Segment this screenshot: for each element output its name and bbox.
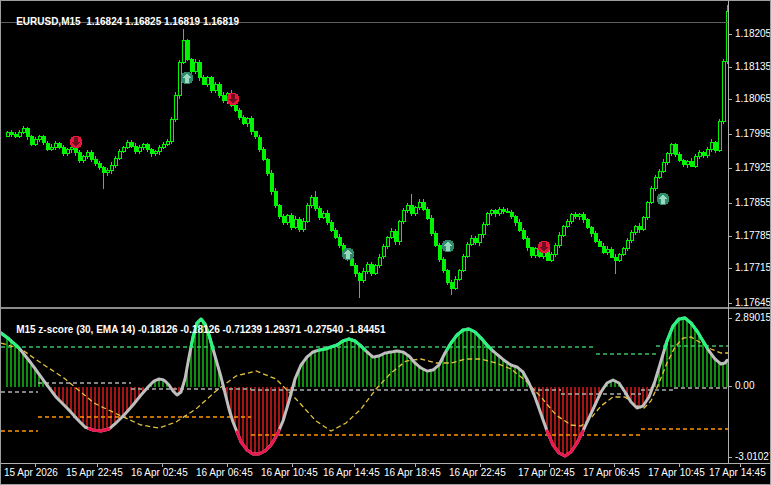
price-axis-label: 1.17995 [735,129,771,139]
sell-arrow-marker [70,136,83,149]
time-axis-label: 17 Apr 14:45 [709,468,766,478]
indicator-header: M15 z-score (30, EMA 14) -0.18126 -0.181… [5,313,385,346]
indicator-axis-label: -3.01027 [735,452,771,462]
price-chart-canvas[interactable] [1,1,728,307]
indicator-values: -0.18126 -0.18126 -0.71239 1.29371 -0.27… [138,324,385,335]
price-axis-label: 1.17855 [735,198,771,208]
chart-window: EURUSD,M15 1.16824 1.16825 1.16819 1.168… [0,0,771,485]
ohlc-values: 1.16824 1.16825 1.16819 1.16819 [86,16,239,27]
indicator-axis-tick [728,457,732,458]
time-axis-label: 16 Apr 18:45 [384,468,441,478]
time-axis-tick [292,463,293,467]
price-axis-tick [728,134,732,135]
time-axis-label: 16 Apr 22:45 [449,468,506,478]
time-axis-label: 16 Apr 02:45 [131,468,188,478]
price-axis-tick [728,303,732,304]
buy-arrow-marker [342,248,355,261]
time-scale-axis-line [1,463,771,464]
time-axis-label: 17 Apr 10:45 [648,468,705,478]
price-axis-label: 1.17645 [735,298,771,308]
sell-arrow-marker [538,241,551,254]
time-axis-tick [35,463,36,467]
price-axis-tick [728,236,732,237]
ohlc-header: EURUSD,M15 1.16824 1.16825 1.16819 1.168… [5,5,239,38]
price-axis-tick [728,67,732,68]
time-axis-label: 16 Apr 10:45 [261,468,318,478]
time-axis-label: 15 Apr 22:45 [66,468,123,478]
price-scale-axis-line [728,1,729,463]
buy-arrow-marker [442,240,455,253]
sell-arrow-marker [227,93,240,106]
indicator-axis-tick [728,386,732,387]
time-axis-tick [740,463,741,467]
price-axis-label: 1.17785 [735,231,771,241]
time-axis-tick [415,463,416,467]
price-axis-label: 1.18205 [735,29,771,39]
candles [6,5,728,298]
indicator-name-label: M15 z-score (30, EMA 14) [16,324,135,335]
time-axis-tick [480,463,481,467]
indicator-axis-tick [728,318,732,319]
indicator-axis-label: 0.00 [735,381,754,391]
price-axis-tick [728,168,732,169]
buy-arrow-marker [657,193,670,206]
time-axis-tick [162,463,163,467]
time-axis-tick [679,463,680,467]
price-axis-tick [728,99,732,100]
time-axis-tick [549,463,550,467]
time-axis-tick [97,463,98,467]
time-axis-label: 17 Apr 06:45 [583,468,640,478]
time-axis-label: 16 Apr 14:45 [323,468,380,478]
price-axis-tick [728,34,732,35]
time-axis-label: 16 Apr 06:45 [196,468,253,478]
time-axis-tick [227,463,228,467]
price-axis-label: 1.18135 [735,62,771,72]
pane-separator[interactable] [1,307,771,309]
buy-arrow-marker [181,72,194,85]
price-axis-tick [728,268,732,269]
price-axis-label: 1.18065 [735,94,771,104]
time-axis-label: 15 Apr 2026 [4,468,58,478]
time-axis-tick [614,463,615,467]
time-axis-label: 17 Apr 02:45 [518,468,575,478]
time-axis-tick [354,463,355,467]
symbol-timeframe-label: EURUSD,M15 [16,16,80,27]
price-axis-tick [728,203,732,204]
indicator-axis-label: 2.89015 [735,313,771,323]
price-axis-label: 1.17925 [735,163,771,173]
price-axis-label: 1.17715 [735,263,771,273]
